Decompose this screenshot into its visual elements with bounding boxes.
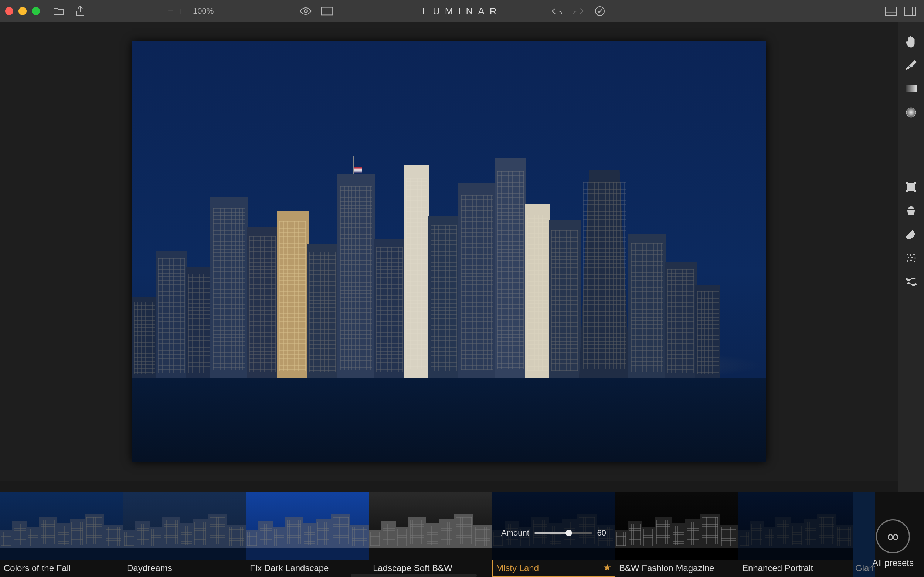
close-window-icon[interactable] xyxy=(5,7,13,15)
svg-point-17 xyxy=(914,254,915,255)
crop-icon[interactable] xyxy=(905,181,918,194)
hand-icon[interactable] xyxy=(905,35,918,48)
zoom-in-button[interactable]: + xyxy=(176,5,186,17)
minimize-window-icon[interactable] xyxy=(18,7,27,15)
svg-point-0 xyxy=(304,10,307,13)
erase-icon[interactable] xyxy=(905,228,918,241)
svg-point-23 xyxy=(914,261,915,263)
svg-point-12 xyxy=(914,182,916,184)
preset-bw-fashion-magazine[interactable]: B&W Fashion Magazine xyxy=(615,492,739,577)
svg-point-3 xyxy=(596,6,604,16)
svg-point-18 xyxy=(908,257,909,258)
eye-icon[interactable] xyxy=(299,5,312,18)
maximize-window-icon[interactable] xyxy=(32,7,40,15)
svg-point-15 xyxy=(907,254,908,255)
svg-point-21 xyxy=(907,261,908,262)
redo-icon[interactable] xyxy=(572,5,585,18)
svg-point-19 xyxy=(912,257,913,258)
amount-slider[interactable] xyxy=(534,532,592,534)
radial-icon[interactable] xyxy=(905,106,918,119)
folder-icon[interactable] xyxy=(53,5,65,18)
infinity-icon: ∞ xyxy=(876,519,910,553)
preset-enhanced-portrait[interactable]: Enhanced Portrait xyxy=(739,492,853,577)
gradient-icon[interactable] xyxy=(905,82,918,95)
status-check-icon[interactable] xyxy=(594,5,606,18)
zoom-out-button[interactable]: − xyxy=(166,5,176,17)
share-icon[interactable] xyxy=(74,5,87,18)
preset-misty-land[interactable]: Amount 60 Misty Land ★ xyxy=(492,492,615,577)
toolbar: − + 100% LUMINAR xyxy=(0,0,924,22)
preset-label: Colors of the Fall xyxy=(4,563,119,573)
app-title: LUMINAR xyxy=(422,6,502,17)
preset-amount-control: Amount 60 xyxy=(501,528,606,538)
preset-label: Daydreams xyxy=(127,563,242,573)
right-toolbar xyxy=(898,22,924,492)
all-presets-label: All presets xyxy=(872,558,914,568)
window-controls xyxy=(5,7,40,15)
svg-rect-4 xyxy=(885,7,897,15)
svg-point-14 xyxy=(914,190,916,192)
svg-rect-10 xyxy=(907,183,915,191)
svg-rect-8 xyxy=(906,85,917,92)
clone-icon[interactable] xyxy=(905,204,918,218)
svg-point-25 xyxy=(915,284,916,285)
preset-daydreams[interactable]: Daydreams xyxy=(123,492,246,577)
preset-label: Fix Dark Landscape xyxy=(250,563,365,573)
amount-value: 60 xyxy=(597,528,606,538)
transform-icon[interactable] xyxy=(905,275,918,288)
preset-landscape-soft-bw[interactable]: Ladscape Soft B&W xyxy=(369,492,492,577)
zoom-level[interactable]: 100% xyxy=(193,6,214,16)
svg-point-24 xyxy=(906,278,907,280)
brush-icon[interactable] xyxy=(905,58,918,72)
denoise-icon[interactable] xyxy=(905,251,918,265)
panel-layout-icon[interactable] xyxy=(885,5,897,18)
svg-rect-5 xyxy=(885,13,897,15)
preset-label: Misty Land xyxy=(496,563,611,573)
preset-colors-of-the-fall[interactable]: Colors of the Fall xyxy=(0,492,123,577)
preset-fix-dark-landscape[interactable]: Fix Dark Landscape xyxy=(246,492,369,577)
preset-filmstrip: Colors of the Fall Daydreams Fix Dark La… xyxy=(0,492,924,577)
svg-point-11 xyxy=(906,182,908,184)
canvas[interactable] xyxy=(0,22,898,481)
main-image xyxy=(132,41,766,462)
all-presets-button[interactable]: ∞ All presets xyxy=(872,519,914,568)
favorite-star-icon[interactable]: ★ xyxy=(603,562,611,573)
svg-point-22 xyxy=(911,260,912,261)
sidebar-toggle-icon[interactable] xyxy=(904,5,917,18)
compare-icon[interactable] xyxy=(321,5,333,18)
svg-point-20 xyxy=(915,258,916,259)
preset-label: B&W Fashion Magazine xyxy=(619,563,734,573)
horizontal-scrollbar[interactable] xyxy=(351,574,477,577)
svg-point-13 xyxy=(906,190,908,192)
preset-label: Enhanced Portrait xyxy=(742,563,849,573)
svg-point-16 xyxy=(910,255,911,256)
amount-label: Amount xyxy=(501,528,529,538)
preset-label: Ladscape Soft B&W xyxy=(373,563,488,573)
undo-icon[interactable] xyxy=(551,5,563,18)
svg-rect-6 xyxy=(905,7,916,15)
svg-point-9 xyxy=(906,108,916,117)
